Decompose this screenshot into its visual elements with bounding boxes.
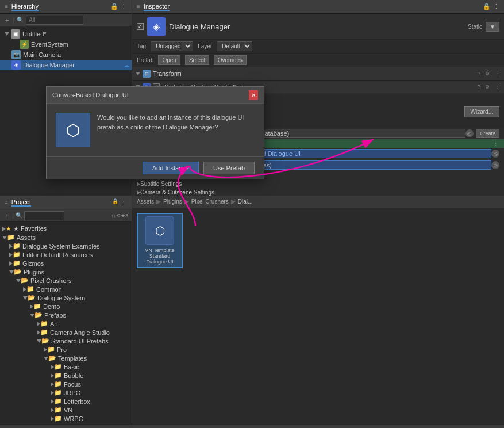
tag-select[interactable]: Untagged xyxy=(151,41,193,51)
inspector-header: ≡ Inspector 🔒 ⋮ xyxy=(132,0,504,14)
bc-sep1: ▶ xyxy=(156,198,161,205)
bubble-folder-icon: 📁 xyxy=(54,372,62,379)
transform-settings-btn[interactable]: ⚙ xyxy=(484,71,491,77)
pixel-crushers-folder-icon: 📂 xyxy=(21,277,29,284)
use-prefab-btn[interactable]: Use Prefab xyxy=(203,162,255,174)
layer-select[interactable]: Default xyxy=(217,41,252,51)
bc-assets[interactable]: Assets xyxy=(137,198,154,205)
hierarchy-item-dialoguemanager[interactable]: ◈ Dialogue Manager ☁ xyxy=(0,60,132,70)
tree-gizmos[interactable]: 📁 Gizmos xyxy=(0,259,132,268)
tree-dialogue-system[interactable]: 📂 Dialogue System xyxy=(0,293,132,302)
dialogue-examples-label: Dialogue System Examples xyxy=(22,243,100,250)
wrpg-label: WRPG xyxy=(64,415,83,422)
camera-foldout[interactable]: Camera & Cutscene Settings xyxy=(132,188,504,196)
vn-label: VN xyxy=(64,407,72,414)
bc-plugins[interactable]: Plugins xyxy=(163,198,182,205)
file-area: Assets ▶ Plugins ▶ Pixel Crushers ▶ Dial… xyxy=(132,196,504,425)
project-search[interactable] xyxy=(24,211,64,220)
transform-more-btn[interactable]: ⋮ xyxy=(493,71,501,77)
prefabs-label: Prefabs xyxy=(44,312,66,319)
tree-assets[interactable]: 📁 Assets xyxy=(0,233,132,242)
plugins-folder-icon: 📂 xyxy=(14,268,22,276)
modal-title: Canvas-Based Dialogue UI xyxy=(52,91,129,98)
transform-help-btn[interactable]: ? xyxy=(476,71,482,77)
tree-jrpg[interactable]: 📁 JRPG xyxy=(0,388,132,397)
modal-cube-icon: ⬡ xyxy=(66,121,80,140)
subtitle-foldout[interactable]: Subtitle Settings xyxy=(132,179,504,188)
static-dropdown-btn[interactable]: ▼ xyxy=(486,22,499,32)
tree-basic[interactable]: 📁 Basic xyxy=(0,362,132,371)
project-title: Project xyxy=(11,198,31,207)
tree-demo[interactable]: 📁 Demo xyxy=(0,302,132,311)
project-header: ≡ Project 🔒 ⋮ xyxy=(0,196,132,209)
hierarchy-item-untitled[interactable]: ▣ Untitled* xyxy=(0,29,132,39)
focus-folder-icon: 📁 xyxy=(54,380,62,388)
bubble-label: Bubble xyxy=(64,372,83,379)
object-icon: ◈ xyxy=(147,17,166,36)
hierarchy-add-btn[interactable]: + xyxy=(3,16,10,24)
tree-pro[interactable]: 📁 Pro xyxy=(0,345,132,354)
eventsystem-icon: ⚡ xyxy=(20,40,29,49)
hierarchy-item-eventsystem[interactable]: ⚡ EventSystem xyxy=(0,39,132,49)
project-add-btn[interactable]: + xyxy=(3,212,10,220)
tree-wrpg[interactable]: 📁 WRPG xyxy=(0,414,132,423)
modal-footer: Add Instance Use Prefab xyxy=(47,156,264,179)
dsc-settings-btn[interactable]: ⚙ xyxy=(484,84,491,90)
tree-letterbox[interactable]: 📁 Letterbox xyxy=(0,397,132,406)
add-instance-btn[interactable]: Add Instance xyxy=(143,162,199,174)
tree-standard-ui[interactable]: 📂 Standard UI Prefabs xyxy=(0,337,132,345)
object-active-checkbox[interactable] xyxy=(137,23,144,30)
dialogue-system-arrow xyxy=(23,296,28,300)
untitled-icon: ▣ xyxy=(11,29,20,39)
tree-pixel-crushers[interactable]: 📂 Pixel Crushers xyxy=(0,276,132,285)
letterbox-label: Letterbox xyxy=(64,398,90,405)
hierarchy-search[interactable] xyxy=(26,16,83,25)
favorites-star-icon: ★ xyxy=(6,225,11,232)
modal-icon: ⬡ xyxy=(56,113,90,147)
default-canvas-picker-btn[interactable]: ◎ xyxy=(491,161,499,169)
dsc-more-btn[interactable]: ⋮ xyxy=(493,84,501,90)
tree-prefabs[interactable]: 📂 Prefabs xyxy=(0,311,132,319)
file-item-vn-template[interactable]: ⬡ VN Template Standard Dialogue UI xyxy=(137,213,183,268)
tree-templates[interactable]: 📂 Templates xyxy=(0,354,132,362)
prefab-open-btn[interactable]: Open xyxy=(158,55,180,65)
prefab-select-btn[interactable]: Select xyxy=(185,55,209,65)
gizmos-label: Gizmos xyxy=(22,260,44,267)
tree-focus[interactable]: 📁 Focus xyxy=(0,380,132,388)
dialogue-ui-picker-btn[interactable]: ◎ xyxy=(491,150,499,158)
hierarchy-item-maincamera[interactable]: 📷 Main Camera xyxy=(0,49,132,60)
prefab-overrides-btn[interactable]: Overrides xyxy=(214,55,247,65)
vn-cube-icon: ⬡ xyxy=(155,224,165,238)
transform-title: Transform xyxy=(153,70,474,77)
bc-pixel-crushers[interactable]: Pixel Crushers xyxy=(191,198,229,205)
tree-plugins[interactable]: 📂 Plugins xyxy=(0,268,132,276)
tree-dialogue-examples[interactable]: 📁 Dialogue System Examples xyxy=(0,242,132,250)
dsc-help-btn[interactable]: ? xyxy=(476,84,482,90)
inspector-more-icon[interactable]: ⋮ xyxy=(493,3,499,10)
favorites-label: ★ Favorites xyxy=(13,225,47,232)
plugins-label: Plugins xyxy=(24,269,44,276)
hierarchy-more-icon[interactable]: ⋮ xyxy=(121,3,127,10)
tree-art[interactable]: 📁 Art xyxy=(0,319,132,328)
common-folder-icon: 📁 xyxy=(26,285,34,293)
tree-editor-default[interactable]: 📁 Editor Default Resources xyxy=(0,250,132,259)
tree-bubble[interactable]: 📁 Bubble xyxy=(0,371,132,380)
wizard-btn[interactable]: Wizard... xyxy=(464,106,499,117)
vn-folder-icon: 📁 xyxy=(54,406,62,414)
transform-header[interactable]: ⊞ Transform ? ⚙ ⋮ xyxy=(132,67,504,80)
tree-camera-angle[interactable]: 📁 Camera Angle Studio xyxy=(0,328,132,337)
wrpg-folder-icon: 📁 xyxy=(54,415,62,422)
subtitle-label: Subtitle Settings xyxy=(140,181,182,187)
create-btn[interactable]: Create xyxy=(476,129,499,138)
editor-default-folder-icon: 📁 xyxy=(13,251,21,258)
project-more-icon[interactable]: ⋮ xyxy=(121,198,127,206)
tree-common[interactable]: 📁 Common xyxy=(0,285,132,293)
initial-db-picker-btn[interactable]: ◎ xyxy=(465,129,474,137)
tree-vn[interactable]: 📁 VN xyxy=(0,406,132,414)
templates-label: Templates xyxy=(58,355,87,362)
file-grid: ⬡ VN Template Standard Dialogue UI xyxy=(132,208,504,273)
transform-icon: ⊞ xyxy=(143,70,151,78)
display-settings-more-btn[interactable]: ⋮ xyxy=(492,141,499,147)
modal-close-btn[interactable]: ✕ xyxy=(249,90,258,100)
favorites-item[interactable]: ★ ★ Favorites xyxy=(0,224,132,233)
